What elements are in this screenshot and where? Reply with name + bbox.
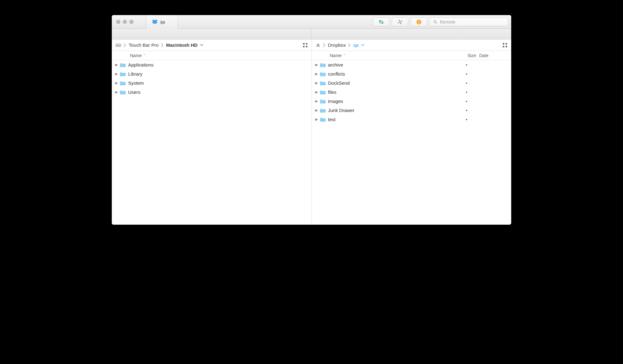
grid-view-button[interactable]	[502, 43, 507, 48]
svg-rect-11	[316, 46, 320, 46]
left-column-header: Name ˄	[112, 51, 312, 60]
minimize-window-button[interactable]	[123, 20, 127, 24]
eject-icon[interactable]	[316, 43, 321, 48]
disclosure-triangle-icon[interactable]: ▶	[114, 63, 119, 67]
left-file-list: ▶Applications▶Library▶System▶Users	[112, 60, 312, 225]
list-item[interactable]: ▶test•	[312, 115, 512, 124]
column-name[interactable]: Name ˄	[130, 53, 308, 58]
transfer-icon	[378, 19, 385, 25]
toolbar-buttons	[373, 18, 508, 26]
folder-icon	[319, 81, 326, 86]
search-icon	[433, 20, 437, 24]
column-date[interactable]: Date	[479, 53, 507, 58]
file-name: images	[328, 99, 454, 104]
disclosure-triangle-icon[interactable]: ▶	[314, 63, 319, 67]
right-column-header: Name ˄ Size Date	[312, 51, 512, 60]
breadcrumb-dropbox[interactable]: Dropbox	[328, 42, 346, 48]
column-date-label: Date	[479, 53, 489, 58]
disclosure-triangle-icon[interactable]: ▶	[314, 99, 319, 103]
list-item[interactable]: ▶archive•	[312, 60, 512, 69]
transfer-button[interactable]	[373, 18, 389, 26]
disclosure-triangle-icon[interactable]: ▶	[114, 81, 119, 85]
breadcrumb-touch-bar-pro[interactable]: Touch Bar Pro	[129, 42, 159, 48]
folder-icon	[319, 99, 326, 104]
list-item[interactable]: ▶Users	[112, 88, 312, 97]
chevron-right-icon	[323, 43, 326, 47]
svg-rect-8	[306, 43, 307, 45]
svg-rect-14	[503, 46, 504, 47]
app-window: qa	[112, 15, 511, 225]
disclosure-triangle-icon[interactable]: ▶	[314, 108, 319, 112]
file-name: archive	[328, 62, 454, 67]
zoom-window-button[interactable]	[129, 20, 133, 24]
file-name: System	[128, 80, 308, 86]
file-size: •	[454, 62, 479, 67]
folder-icon	[119, 62, 126, 67]
close-window-button[interactable]	[116, 20, 120, 24]
disclosure-triangle-icon[interactable]: ▶	[114, 72, 119, 76]
sub-toolbar	[112, 29, 511, 40]
right-file-list: ▶archive•▶conflicts•▶DockSend•▶files•▶im…	[312, 60, 512, 225]
breadcrumb-label: Dropbox	[328, 42, 346, 48]
file-size: •	[454, 71, 479, 77]
list-item[interactable]: ▶Library	[112, 69, 312, 78]
info-icon	[416, 19, 422, 25]
search-field[interactable]	[430, 18, 508, 26]
titlebar: qa	[112, 15, 511, 29]
grid-view-button[interactable]	[303, 43, 308, 48]
svg-point-1	[419, 20, 419, 21]
file-name: Junk Drawer	[328, 108, 454, 113]
list-item[interactable]: ▶System	[112, 78, 312, 88]
tab-qa[interactable]: qa	[146, 15, 178, 29]
breadcrumb-macintosh-hd[interactable]: Macintosh HD	[166, 42, 203, 48]
column-size[interactable]: Size	[454, 53, 479, 58]
breadcrumb-label: qa	[353, 42, 359, 48]
list-item[interactable]: ▶conflicts•	[312, 69, 512, 78]
right-pathbar: Dropbox qa	[312, 40, 512, 51]
list-item[interactable]: ▶Applications	[112, 60, 312, 69]
file-size: •	[454, 99, 479, 104]
disk-icon	[116, 43, 121, 47]
list-item[interactable]: ▶Junk Drawer•	[312, 106, 512, 115]
left-pathbar: Touch Bar Pro Macintosh HD	[112, 40, 312, 51]
disclosure-triangle-icon[interactable]: ▶	[314, 90, 319, 94]
traffic-lights	[116, 20, 133, 24]
info-button[interactable]	[411, 18, 427, 26]
svg-rect-15	[506, 46, 507, 47]
folder-icon	[319, 62, 326, 67]
folder-icon	[119, 90, 126, 95]
activity-button[interactable]	[392, 18, 408, 26]
breadcrumb-label: Macintosh HD	[166, 42, 198, 48]
sort-ascending-icon: ˄	[144, 54, 145, 57]
list-item[interactable]: ▶DockSend•	[312, 78, 512, 88]
file-size: •	[454, 89, 479, 95]
column-name-label: Name	[330, 53, 342, 58]
right-pane: Dropbox qa Na	[312, 40, 512, 225]
chevron-right-icon	[348, 43, 351, 47]
pinwheel-icon	[397, 19, 403, 25]
left-pane: Touch Bar Pro Macintosh HD	[112, 40, 312, 225]
svg-rect-10	[306, 46, 307, 47]
disclosure-triangle-icon[interactable]: ▶	[314, 72, 319, 76]
search-input[interactable]	[440, 19, 505, 24]
breadcrumb-qa[interactable]: qa	[353, 42, 364, 48]
file-name: test	[328, 117, 454, 122]
svg-rect-13	[506, 43, 507, 45]
disclosure-triangle-icon[interactable]: ▶	[114, 90, 119, 94]
svg-rect-7	[303, 43, 305, 45]
folder-icon	[319, 117, 326, 122]
file-name: Applications	[128, 62, 308, 67]
folder-icon	[319, 90, 326, 95]
folder-icon	[119, 72, 126, 77]
file-name: files	[328, 89, 454, 95]
column-name[interactable]: Name ˄	[330, 53, 454, 58]
file-name: DockSend	[328, 80, 454, 86]
list-item[interactable]: ▶images•	[312, 97, 512, 106]
disclosure-triangle-icon[interactable]: ▶	[314, 81, 319, 85]
list-item[interactable]: ▶files•	[312, 88, 512, 97]
sort-ascending-icon: ˄	[344, 54, 345, 57]
chevron-down-icon	[361, 44, 364, 46]
svg-rect-2	[419, 21, 419, 23]
svg-line-4	[436, 22, 437, 24]
disclosure-triangle-icon[interactable]: ▶	[314, 117, 319, 121]
